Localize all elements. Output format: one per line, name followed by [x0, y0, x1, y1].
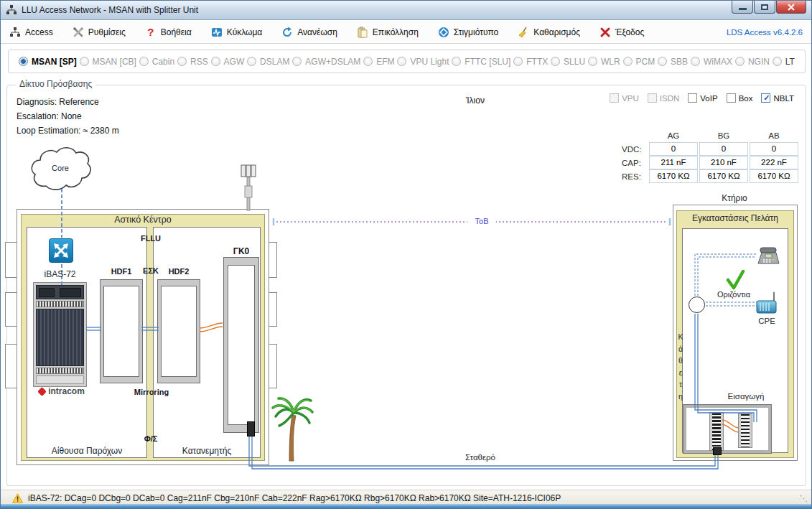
checkbox-box — [688, 93, 697, 103]
menu-item-refresh[interactable]: Ανανέωση — [281, 27, 337, 38]
wiring-junction — [689, 296, 705, 313]
checkbox-box — [648, 93, 657, 103]
radio-fttc-slu[interactable]: FTTC [SLU] — [452, 57, 510, 67]
menu-item-label: Βοήθεια — [161, 27, 192, 37]
close-button[interactable] — [776, 1, 806, 14]
radio-rss[interactable]: RSS — [177, 57, 208, 67]
radio-dot — [80, 57, 89, 66]
radio-dslam[interactable]: DSLAM — [247, 57, 289, 67]
menu-item-snapshot[interactable]: Στιγμιότυπο — [438, 27, 498, 38]
radio-label: VPU Light — [410, 57, 449, 67]
resize-grip-icon[interactable] — [800, 494, 808, 503]
fixed-line-label: Σταθερό — [459, 453, 502, 462]
radio-dot — [363, 57, 373, 66]
gk0-label: ΓΚ0 — [223, 246, 259, 256]
radio-efm[interactable]: EFM — [363, 57, 394, 67]
checkbox-voip[interactable]: VoIP — [688, 93, 717, 103]
entry-label: Εισαγωγή — [720, 392, 772, 401]
menu-item-circuit[interactable]: Κύκλωμα — [211, 27, 263, 38]
radio-vpu-light[interactable]: VPU Light — [397, 57, 449, 67]
warning-icon — [12, 493, 23, 503]
gk0-cabinet — [223, 257, 259, 433]
menu-item-exit[interactable]: Έξοδος — [599, 27, 644, 38]
checkbox-box — [727, 93, 736, 103]
radio-dot — [211, 57, 220, 66]
ibas-72-rack — [33, 282, 87, 387]
checkbox-nblt[interactable]: NBLT — [761, 93, 794, 103]
radio-label: SLLU — [564, 57, 585, 67]
menu-item-settings[interactable]: Ρυθμίσεις — [73, 27, 126, 38]
clean-icon — [518, 27, 529, 38]
radio-dot — [691, 57, 700, 66]
radio-msan-cb[interactable]: MSAN [CB] — [80, 57, 136, 67]
radio-ngin[interactable]: NGIN — [735, 57, 770, 67]
radio-dot — [397, 57, 406, 66]
customer-building-title: Εγκαταστάσεις Πελάτη — [676, 213, 794, 223]
radio-dot — [247, 57, 256, 66]
radio-sbb[interactable]: SBB — [658, 57, 688, 67]
radio-cabin[interactable]: Cabin — [139, 57, 174, 67]
close-icon — [787, 4, 795, 11]
core-label: Core — [41, 164, 80, 172]
radio-label: LT — [785, 57, 795, 67]
co-building-bay — [5, 344, 17, 388]
tools-icon — [73, 27, 84, 38]
radio-msan-sp[interactable]: MSAN [SP] — [19, 57, 77, 67]
radio-dot — [658, 57, 667, 66]
cpe-router-icon — [755, 291, 779, 317]
ethernet-switch-icon — [48, 238, 74, 263]
radio-wlr[interactable]: WLR — [588, 57, 620, 67]
measurement-cell: 0 — [649, 142, 698, 156]
co-building-bay — [269, 242, 277, 278]
radio-label: DSLAM — [260, 57, 289, 67]
radio-label: PCM — [636, 57, 655, 67]
paste-icon — [357, 27, 368, 38]
radio-dot — [551, 57, 560, 66]
vertical-wiring-label: Κ ά θ ε τ η — [675, 331, 686, 402]
measurement-cell: 0 — [699, 142, 748, 156]
measurement-cell: 222 nF — [750, 156, 798, 169]
checkbox-label: NBLT — [773, 94, 794, 103]
row-label-vdc: VDC: — [622, 145, 648, 154]
hdf1-cabinet — [100, 279, 143, 383]
radio-dot — [513, 57, 523, 66]
menu-item-clean[interactable]: Καθαρισμός — [518, 27, 580, 38]
menu-item-paste[interactable]: Επικόλληση — [357, 27, 419, 38]
co-building-bay — [5, 292, 17, 327]
checkbox-vpu[interactable]: VPU — [610, 93, 639, 103]
radio-dot — [139, 57, 149, 66]
radio-dot — [292, 57, 302, 66]
site-name-label: Ίλιον — [466, 95, 485, 106]
minimize-icon — [739, 8, 747, 10]
radio-agw-dslam[interactable]: AGW+DSLAM — [292, 57, 360, 67]
maximize-button[interactable] — [754, 1, 775, 14]
row-label-cap: CAP: — [622, 159, 648, 167]
loop-estimation-label: Loop Estimation: ≈ 2380 m — [17, 126, 119, 136]
minimize-button[interactable] — [732, 1, 753, 14]
menu-item-label: Ρυθμίσεις — [88, 27, 126, 37]
radio-lt[interactable]: LT — [773, 57, 795, 67]
intracom-logo-icon — [37, 387, 47, 396]
fllu-label: FLLU — [134, 234, 167, 243]
column-header-ag: AG — [649, 131, 698, 140]
menu-item-label: Ανανέωση — [297, 27, 337, 37]
radio-agw[interactable]: AGW — [211, 57, 245, 67]
radio-dot — [177, 57, 187, 66]
menu-item-access[interactable]: Access — [9, 27, 53, 38]
services-row: VPU ISDN VoIP Box NBLT — [610, 93, 794, 103]
status-message: iBAS-72: DCag=0 DCbg=0 DCab=0 Cag=211nF … — [28, 493, 561, 503]
radio-pcm[interactable]: PCM — [623, 57, 655, 67]
gk0-cable-connector — [247, 421, 255, 436]
menu-item-label: Καθαρισμός — [533, 27, 580, 37]
measurement-cell: 0 — [750, 142, 798, 156]
measurements-table: AG BG AB VDC: 0 0 0 CAP: 211 nF 210 nF 2… — [622, 129, 798, 183]
network-icon — [9, 27, 21, 38]
menu-item-help[interactable]: ? Βοήθεια — [145, 27, 192, 38]
radio-wimax[interactable]: WiMAX — [691, 57, 732, 67]
tob-label: ToB — [467, 217, 496, 225]
checkbox-box[interactable]: Box — [727, 93, 753, 103]
checkbox-isdn[interactable]: ISDN — [648, 93, 679, 103]
radio-fttx[interactable]: FTTX — [513, 57, 548, 67]
vendor-logo: intracom — [33, 386, 90, 396]
radio-sllu[interactable]: SLLU — [551, 57, 585, 67]
